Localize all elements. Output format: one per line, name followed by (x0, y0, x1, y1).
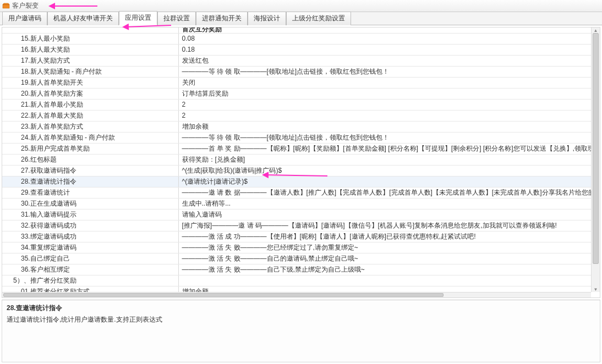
grid-row[interactable]: 28.查邀请统计指令^(邀请统计|邀请记录)$ (2, 176, 591, 187)
tab-bar: 用户邀请码机器人好友申请开关应用设置拉群设置进群通知开关海报设计上级分红奖励设置 (0, 12, 602, 25)
grid-table: 首次互分奖励15.新人最小奖励0.0816.新人最大奖励0.1817.新人奖励方… (2, 27, 591, 292)
row-value[interactable]: ————激 活 成 功————【使用者】[昵称]【邀请人】[邀请人昵称]已获得查… (178, 231, 591, 242)
help-title: 28.查邀请统计指令 (7, 304, 595, 313)
row-value[interactable]: 请输入邀请码 (178, 209, 591, 220)
row-key: 32.获得邀请码成功 (2, 220, 178, 231)
row-key: 36.客户相互绑定 (2, 264, 178, 275)
tab-1[interactable]: 机器人好友申请开关 (47, 12, 119, 25)
row-value[interactable]: 订单结算后奖励 (178, 88, 591, 99)
tab-6[interactable]: 上级分红奖励设置 (286, 12, 351, 25)
grid-row[interactable]: 30.正在生成邀请码生成中..请稍等... (2, 198, 591, 209)
row-key: 22.新人首单最大奖励 (2, 110, 178, 121)
grid-row[interactable]: 16.新人最大奖励0.18 (2, 44, 591, 55)
row-value[interactable]: ————激 活 失 败————自己的邀请码,禁止绑定自己哦~ (178, 253, 591, 264)
row-key (2, 27, 178, 33)
row-key: 15.新人最小奖励 (2, 33, 178, 44)
grid-row[interactable]: 20.新人首单奖励方案订单结算后奖励 (2, 88, 591, 99)
row-key: 24.新人首单奖励通知 - 商户付款 (2, 132, 178, 143)
row-value[interactable]: 增加余额 (178, 286, 591, 292)
row-key: 17.新人奖励方式 (2, 55, 178, 66)
row-value[interactable]: ————首 单 奖 励————【昵称】[昵称]【奖励额】[首单奖励金额] [积分… (178, 143, 591, 154)
row-value[interactable]: ————激 活 失 败————自己下级,禁止绑定为自己上级哦~ (178, 264, 591, 275)
grid-scroll: 首次互分奖励15.新人最小奖励0.0816.新人最大奖励0.1817.新人奖励方… (2, 27, 591, 292)
row-key: 5）、推广者分红奖励 (2, 275, 178, 286)
grid-row[interactable]: 36.客户相互绑定————激 活 失 败————自己下级,禁止绑定为自己上级哦~ (2, 264, 591, 275)
row-key: 18.新人奖励通知 - 商户付款 (2, 66, 178, 77)
grid-row[interactable]: 24.新人首单奖励通知 - 商户付款————等 待 领 取————[领取地址]点… (2, 132, 591, 143)
row-key: 29.查看邀请统计 (2, 187, 178, 198)
grid-row[interactable]: 26.红包标题获得奖励：[兑换金额] (2, 154, 591, 165)
grid-row[interactable]: 01.推荐者分红奖励方式增加余额 (2, 286, 591, 292)
row-key: 20.新人首单奖励方案 (2, 88, 178, 99)
row-key: 16.新人最大奖励 (2, 44, 178, 55)
title-bar: 客户裂变 (0, 0, 602, 12)
row-key: 31.输入邀请码提示 (2, 209, 178, 220)
row-key: 28.查邀请统计指令 (2, 176, 178, 187)
tab-0[interactable]: 用户邀请码 (2, 12, 47, 25)
grid-row[interactable]: 5）、推广者分红奖励 (2, 275, 591, 286)
tab-3[interactable]: 拉群设置 (157, 12, 196, 25)
tab-2[interactable]: 应用设置 (119, 11, 157, 25)
row-value[interactable]: ————等 待 领 取————[领取地址]点击链接，领取红包到您钱包！ (178, 66, 591, 77)
property-grid: 首次互分奖励15.新人最小奖励0.0816.新人最大奖励0.1817.新人奖励方… (2, 27, 600, 298)
scroll-up-icon[interactable]: ▲ (592, 27, 600, 33)
grid-row[interactable]: 29.查看邀请统计————邀 请 数 据————【邀请人数】[推广人数]【完成首… (2, 187, 591, 198)
row-value[interactable]: 生成中..请稍等... (178, 198, 591, 209)
grid-row[interactable]: 首次互分奖励 (2, 27, 591, 33)
grid-row[interactable]: 21.新人首单最小奖励2 (2, 99, 591, 110)
row-value[interactable]: 2 (178, 110, 591, 121)
grid-row[interactable]: 18.新人奖励通知 - 商户付款————等 待 领 取————[领取地址]点击链… (2, 66, 591, 77)
horizontal-scrollbar[interactable] (2, 292, 591, 297)
row-key: 33.绑定邀请码成功 (2, 231, 178, 242)
grid-row[interactable]: 32.获得邀请码成功[推广海报]————邀 请 码————【邀请码】[邀请码]【… (2, 220, 591, 231)
grid-row[interactable]: 23.新人首单奖励方式增加余额 (2, 121, 591, 132)
row-value[interactable]: ————邀 请 数 据————【邀请人数】[推广人数]【完成首单人数】[完成首单… (178, 187, 591, 198)
tab-4[interactable]: 进群通知开关 (196, 12, 248, 25)
help-body: 通过邀请统计指令,统计用户邀请数量.支持正则表达式 (7, 315, 595, 324)
row-key: 23.新人首单奖励方式 (2, 121, 178, 132)
row-value[interactable]: ^(邀请统计|邀请记录)$ (178, 176, 591, 187)
grid-row[interactable]: 22.新人首单最大奖励2 (2, 110, 591, 121)
grid-row[interactable]: 35.自己绑定自己————激 活 失 败————自己的邀请码,禁止绑定自己哦~ (2, 253, 591, 264)
row-value[interactable]: 2 (178, 99, 591, 110)
row-value[interactable]: [推广海报]————邀 请 码————【邀请码】[邀请码]【微信号】[机器人账号… (178, 220, 591, 231)
grid-row[interactable]: 31.输入邀请码提示请输入邀请码 (2, 209, 591, 220)
grid-row[interactable]: 27.获取邀请码指令^(生成|获取|给我)(邀请码|推广码)$ (2, 165, 591, 176)
row-key: 01.推荐者分红奖励方式 (2, 286, 178, 292)
row-key: 21.新人首单最小奖励 (2, 99, 178, 110)
row-value[interactable]: ^(生成|获取|给我)(邀请码|推广码)$ (178, 165, 591, 176)
grid-row[interactable]: 19.新人首单奖励开关关闭 (2, 77, 591, 88)
row-value[interactable]: 获得奖励：[兑换金额] (178, 154, 591, 165)
row-key: 30.正在生成邀请码 (2, 198, 178, 209)
grid-row[interactable]: 17.新人奖励方式发送红包 (2, 55, 591, 66)
tab-5[interactable]: 海报设计 (248, 12, 286, 25)
vertical-scroll-thumb[interactable] (593, 33, 599, 264)
row-key: 19.新人首单奖励开关 (2, 77, 178, 88)
window-title: 客户裂变 (12, 1, 39, 10)
grid-row[interactable]: 34.重复绑定邀请码————激 活 失 败————您已经绑定过了,请勿重复绑定~ (2, 242, 591, 253)
row-value[interactable]: 首次互分奖励 (178, 27, 591, 33)
row-value[interactable]: 发送红包 (178, 55, 591, 66)
main-area: 首次互分奖励15.新人最小奖励0.0816.新人最大奖励0.1817.新人奖励方… (0, 25, 602, 364)
row-value[interactable]: ————激 活 失 败————您已经绑定过了,请勿重复绑定~ (178, 242, 591, 253)
grid-row[interactable]: 25.新用户完成首单奖励————首 单 奖 励————【昵称】[昵称]【奖励额】… (2, 143, 591, 154)
row-value[interactable]: ————等 待 领 取————[领取地址]点击链接，领取红包到您钱包！ (178, 132, 591, 143)
row-key: 25.新用户完成首单奖励 (2, 143, 178, 154)
row-key: 34.重复绑定邀请码 (2, 242, 178, 253)
vertical-scrollbar[interactable]: ▲ ▼ (591, 27, 600, 292)
scroll-down-icon[interactable]: ▼ (592, 286, 600, 292)
row-key: 27.获取邀请码指令 (2, 165, 178, 176)
row-value[interactable] (178, 275, 591, 286)
row-value[interactable]: 关闭 (178, 77, 591, 88)
app-icon (2, 3, 10, 9)
row-value[interactable]: 增加余额 (178, 121, 591, 132)
row-key: 26.红包标题 (2, 154, 178, 165)
horizontal-scroll-thumb[interactable] (3, 293, 444, 297)
grid-row[interactable]: 15.新人最小奖励0.08 (2, 33, 591, 44)
help-panel: 28.查邀请统计指令 通过邀请统计指令,统计用户邀请数量.支持正则表达式 (2, 300, 600, 362)
grid-row[interactable]: 33.绑定邀请码成功————激 活 成 功————【使用者】[昵称]【邀请人】[… (2, 231, 591, 242)
row-value[interactable]: 0.18 (178, 44, 591, 55)
svg-rect-0 (3, 4, 9, 5)
row-key: 35.自己绑定自己 (2, 253, 178, 264)
row-value[interactable]: 0.08 (178, 33, 591, 44)
